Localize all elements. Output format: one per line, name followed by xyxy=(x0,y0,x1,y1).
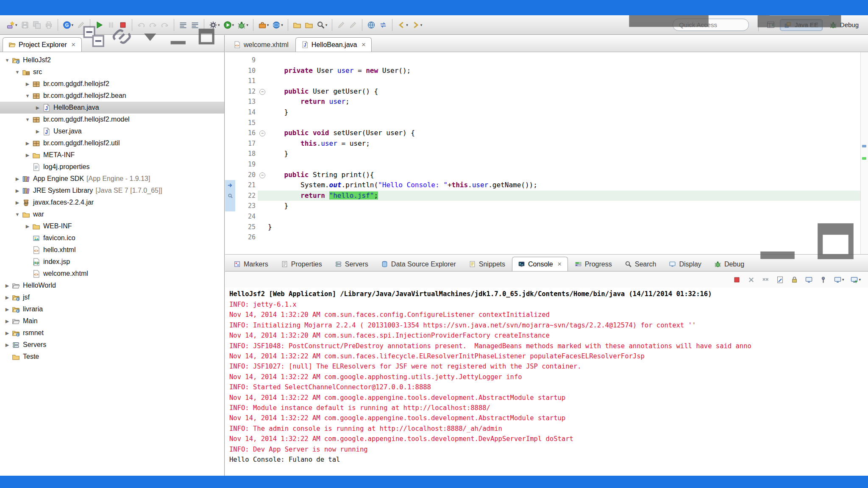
tree-item[interactable]: ▶livraria xyxy=(0,303,224,315)
fold-toggle[interactable]: − xyxy=(258,86,268,97)
tree-item[interactable]: ▶HelloWorld xyxy=(0,280,224,291)
code-line[interactable]: 13 return user; xyxy=(225,97,868,107)
dropdown-caret-icon[interactable]: ▾ xyxy=(420,23,423,27)
expander-closed-icon[interactable]: ▶ xyxy=(33,129,42,134)
deploy-app-engine-button[interactable]: ▾ xyxy=(271,18,284,32)
collapse-icon[interactable]: − xyxy=(259,172,265,178)
expander-closed-icon[interactable]: ▶ xyxy=(13,200,22,205)
code-line[interactable]: 21 System.out.println("Hello Console: "+… xyxy=(225,180,868,191)
expander-open-icon[interactable]: ▼ xyxy=(3,58,12,63)
editor-tab-hellobean-java[interactable]: JHelloBean.java✕ xyxy=(295,37,372,52)
dropdown-caret-icon[interactable]: ▾ xyxy=(15,23,17,27)
close-icon[interactable]: ✕ xyxy=(71,42,76,48)
tree-item[interactable]: ▶JARjavax.faces-2.2.4.jar xyxy=(0,197,224,208)
tree-item[interactable]: ▶br.com.gdgdf.hellojsf2 xyxy=(0,78,224,90)
display-selected-console-button[interactable]: ▾ xyxy=(832,273,846,286)
new-web-component-button[interactable]: ▾ xyxy=(257,18,270,32)
forward-button[interactable]: ▾ xyxy=(410,18,424,32)
tree-item[interactable]: log4j.properties xyxy=(0,161,224,173)
expander-closed-icon[interactable]: ▶ xyxy=(13,176,22,182)
code-line[interactable]: 17 this.user = user; xyxy=(225,139,868,149)
dropdown-caret-icon[interactable]: ▾ xyxy=(72,23,74,27)
view-tab-search[interactable]: Search xyxy=(619,257,662,271)
back-button[interactable]: ▾ xyxy=(396,18,409,32)
dropdown-caret-icon[interactable]: ▾ xyxy=(326,23,328,27)
tree-item[interactable]: ▶JRE System Library[Java SE 7 [1.7.0_65]… xyxy=(0,185,224,197)
tree-item[interactable]: ▶META-INF xyxy=(0,149,224,161)
fold-toggle[interactable]: − xyxy=(258,170,268,180)
tree-item[interactable]: jspindex.jsp xyxy=(0,256,224,268)
annotation-ruler[interactable] xyxy=(225,139,235,149)
dropdown-caret-icon[interactable]: ▾ xyxy=(406,23,408,27)
tree-item[interactable]: ▼HelloJsf2 xyxy=(0,54,224,66)
view-tab-servers[interactable]: Servers xyxy=(329,257,374,271)
tree-item[interactable]: ▼src xyxy=(0,66,224,78)
clear-console-button[interactable] xyxy=(775,273,785,286)
expander-open-icon[interactable]: ▼ xyxy=(23,117,32,122)
code-line[interactable]: 10 private User user = new User(); xyxy=(225,66,868,76)
annotation-ruler-range[interactable] xyxy=(225,201,235,211)
annotation-ruler[interactable] xyxy=(225,211,235,222)
code-line[interactable]: 16− public void setUser(User user) { xyxy=(225,128,868,139)
maximize-view-button[interactable] xyxy=(195,25,218,48)
code-line[interactable]: 22 return "hello.jsf"; xyxy=(225,191,868,201)
view-tab-data-source-explorer[interactable]: Data Source Explorer xyxy=(375,257,462,271)
tree-item[interactable]: ▼br.com.gdgdf.hellojsf2.model xyxy=(0,114,224,125)
code-line[interactable]: 20− public String print(){ xyxy=(225,170,868,180)
google-services-button[interactable]: G▾ xyxy=(61,18,75,32)
show-console-on-output-button[interactable] xyxy=(804,273,814,286)
maximize-bottom-button[interactable] xyxy=(808,214,863,269)
expander-closed-icon[interactable]: ▶ xyxy=(3,295,12,300)
annotation-ruler[interactable] xyxy=(225,128,235,139)
annotation-ruler[interactable] xyxy=(225,118,235,128)
tab-project-explorer[interactable]: Project Explorer ✕ xyxy=(3,37,82,52)
new-wizard-button[interactable]: ▾ xyxy=(5,18,19,32)
annotation-ruler[interactable] xyxy=(225,149,235,159)
expander-closed-icon[interactable]: ▶ xyxy=(33,105,42,111)
expander-open-icon[interactable]: ▼ xyxy=(13,212,22,217)
tree-item[interactable]: ▶Servers xyxy=(0,339,224,351)
expander-closed-icon[interactable]: ▶ xyxy=(3,319,12,324)
pin-console-button[interactable] xyxy=(818,273,829,286)
minimize-bottom-button[interactable] xyxy=(750,214,805,269)
annotation-ruler[interactable] xyxy=(225,86,235,97)
annotation-ruler[interactable] xyxy=(225,107,235,118)
annotation-ruler[interactable] xyxy=(225,55,235,66)
tree-item[interactable]: ▶jsf xyxy=(0,291,224,303)
code-line[interactable]: 18 } xyxy=(225,149,868,159)
tree-item[interactable]: <>hello.xhtml xyxy=(0,244,224,256)
tree-item[interactable]: ▶rsmnet xyxy=(0,327,224,339)
expander-closed-icon[interactable]: ▶ xyxy=(3,330,12,336)
link-with-editor-button[interactable] xyxy=(110,25,134,48)
scroll-lock-button[interactable] xyxy=(789,273,800,286)
tree-item[interactable]: favicon.ico xyxy=(0,232,224,244)
view-tab-snippets[interactable]: Snippets xyxy=(463,257,511,271)
expander-closed-icon[interactable]: ▶ xyxy=(13,188,22,194)
expander-closed-icon[interactable]: ▶ xyxy=(3,342,12,348)
run-as-button[interactable]: ▾ xyxy=(222,18,236,32)
maximize-editor-button[interactable] xyxy=(736,15,863,49)
expander-open-icon[interactable]: ▼ xyxy=(23,93,32,98)
expander-closed-icon[interactable]: ▶ xyxy=(3,307,12,312)
expander-closed-icon[interactable]: ▶ xyxy=(3,283,12,288)
expander-closed-icon[interactable]: ▶ xyxy=(23,152,32,158)
tree-item[interactable]: ▶WEB-INF xyxy=(0,220,224,232)
open-console-button[interactable]: ▾ xyxy=(849,273,862,286)
code-line[interactable]: 23 } xyxy=(225,201,868,211)
annotation-ruler[interactable] xyxy=(225,159,235,170)
import-resource-button[interactable] xyxy=(303,18,314,32)
annotation-ruler[interactable] xyxy=(225,232,235,243)
dropdown-caret-icon[interactable]: ▾ xyxy=(246,23,248,27)
annotation-ruler-range[interactable] xyxy=(225,191,235,201)
view-tab-debug[interactable]: Debug xyxy=(708,257,750,271)
collapse-icon[interactable]: − xyxy=(259,89,265,95)
debug-as-button[interactable]: ▾ xyxy=(236,18,250,32)
code-line[interactable]: 9 xyxy=(225,55,868,66)
tree-item[interactable]: ▶JUser.java xyxy=(0,125,224,137)
dropdown-caret-icon[interactable]: ▾ xyxy=(281,23,283,27)
expander-closed-icon[interactable]: ▶ xyxy=(23,224,32,229)
view-tab-properties[interactable]: Properties xyxy=(275,257,328,271)
open-web-browser-button[interactable] xyxy=(366,18,377,32)
close-icon[interactable]: ✕ xyxy=(557,261,562,267)
search-button[interactable]: ▾ xyxy=(315,18,329,32)
